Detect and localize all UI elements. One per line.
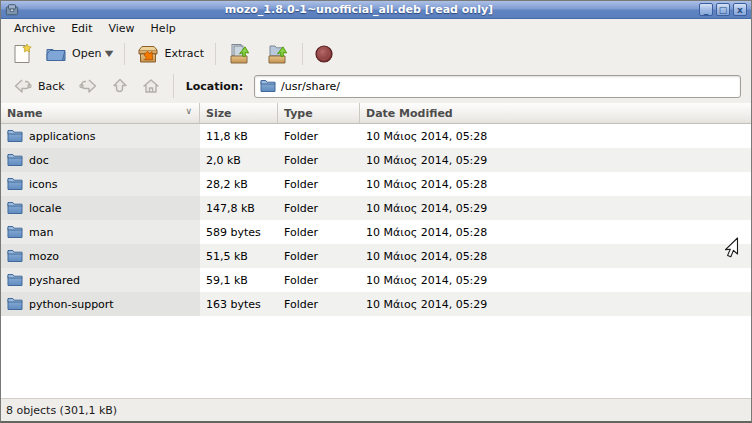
row-size: 163 bytes [200, 292, 278, 316]
open-folder-icon [45, 45, 67, 63]
folder-icon [7, 152, 23, 168]
back-button-label: Back [38, 80, 65, 93]
menubar: Archive Edit View Help [1, 19, 751, 38]
extract-button-label: Extract [165, 47, 204, 60]
menu-view[interactable]: View [100, 20, 142, 37]
back-button[interactable]: Back [8, 74, 70, 98]
row-name: man [29, 226, 53, 239]
file-list: Name ∨ Size Type Date Modified applicati… [1, 103, 751, 398]
minimize-button[interactable]: _ [699, 3, 713, 16]
row-size: 147,8 kB [200, 196, 278, 220]
location-folder-icon [260, 78, 276, 94]
folder-icon [7, 272, 23, 288]
row-type: Folder [278, 244, 360, 268]
row-name: icons [29, 178, 58, 191]
row-name: pyshared [29, 274, 80, 287]
toolbar-separator [124, 43, 125, 65]
statusbar: 8 objects (301,1 kB) [1, 398, 751, 421]
extract-button[interactable]: Extract [131, 41, 209, 67]
row-size: 2,0 kB [200, 148, 278, 172]
folder-icon [7, 248, 23, 264]
row-date: 10 Μάιος 2014, 05:29 [360, 292, 751, 316]
row-size: 59,1 kB [200, 268, 278, 292]
menu-edit[interactable]: Edit [63, 20, 100, 37]
statusbar-text: 8 objects (301,1 kB) [6, 404, 117, 417]
folder-icon [7, 224, 23, 240]
row-size: 28,2 kB [200, 172, 278, 196]
archive-window-icon [5, 3, 19, 16]
home-button[interactable] [137, 74, 165, 98]
row-size: 589 bytes [200, 220, 278, 244]
add-folder-button[interactable] [260, 40, 296, 68]
new-archive-button[interactable] [6, 40, 38, 68]
column-header-row: Name ∨ Size Type Date Modified [1, 103, 751, 124]
maximize-button[interactable]: □ [716, 3, 730, 16]
folder-icon [7, 128, 23, 144]
row-name: python-support [29, 298, 114, 311]
add-folder-icon [265, 43, 291, 65]
forward-arrow-icon [78, 78, 98, 94]
location-label: Location: [182, 80, 251, 93]
row-date: 10 Μάιος 2014, 05:28 [360, 244, 751, 268]
column-header-name[interactable]: Name ∨ [1, 103, 200, 123]
navigation-bar: Back Location: /usr/share/ [1, 69, 751, 103]
close-button[interactable]: x [733, 3, 747, 16]
location-input[interactable]: /usr/share/ [254, 75, 741, 98]
forward-button[interactable] [73, 74, 103, 98]
add-files-icon [227, 43, 253, 65]
table-row[interactable]: pyshared 59,1 kB Folder 10 Μάιος 2014, 0… [1, 268, 751, 292]
navbar-separator [173, 74, 174, 98]
row-type: Folder [278, 196, 360, 220]
column-header-date-modified[interactable]: Date Modified [360, 103, 751, 123]
row-date: 10 Μάιος 2014, 05:29 [360, 148, 751, 172]
column-header-size[interactable]: Size [200, 103, 278, 123]
menu-archive[interactable]: Archive [6, 20, 63, 37]
toolbar-separator [302, 43, 303, 65]
folder-icon [7, 200, 23, 216]
row-type: Folder [278, 148, 360, 172]
stop-button[interactable] [309, 41, 339, 67]
row-date: 10 Μάιος 2014, 05:28 [360, 220, 751, 244]
row-date: 10 Μάιος 2014, 05:29 [360, 196, 751, 220]
row-name: mozo [29, 250, 59, 263]
new-archive-icon [11, 43, 33, 65]
folder-icon [7, 296, 23, 312]
open-dropdown-chevron-icon[interactable]: ▼ [105, 49, 114, 58]
up-arrow-icon [111, 78, 129, 94]
toolbar-separator [215, 43, 216, 65]
row-type: Folder [278, 124, 360, 148]
stop-icon [314, 44, 334, 64]
add-files-button[interactable] [222, 40, 258, 68]
up-button[interactable] [106, 74, 134, 98]
table-row[interactable]: icons 28,2 kB Folder 10 Μάιος 2014, 05:2… [1, 172, 751, 196]
column-header-type[interactable]: Type [278, 103, 360, 123]
row-size: 11,8 kB [200, 124, 278, 148]
table-row[interactable]: python-support 163 bytes Folder 10 Μάιος… [1, 292, 751, 316]
folder-icon [7, 176, 23, 192]
sort-descending-icon: ∨ [185, 106, 192, 116]
table-row[interactable]: applications 11,8 kB Folder 10 Μάιος 201… [1, 124, 751, 148]
back-arrow-icon [13, 78, 33, 94]
open-button-label: Open [72, 47, 101, 60]
row-date: 10 Μάιος 2014, 05:28 [360, 124, 751, 148]
archive-manager-window: mozo_1.8.0-1~unofficial_all.deb [read on… [0, 0, 752, 423]
toolbar: Open ▼ Extract [1, 38, 751, 69]
window-title: mozo_1.8.0-1~unofficial_all.deb [read on… [23, 3, 695, 16]
row-type: Folder [278, 268, 360, 292]
row-type: Folder [278, 292, 360, 316]
row-name: locale [29, 202, 61, 215]
row-size: 51,5 kB [200, 244, 278, 268]
row-date: 10 Μάιος 2014, 05:29 [360, 268, 751, 292]
open-button[interactable]: Open ▼ [40, 42, 118, 66]
titlebar[interactable]: mozo_1.8.0-1~unofficial_all.deb [read on… [1, 1, 751, 19]
file-rows: applications 11,8 kB Folder 10 Μάιος 201… [1, 124, 751, 398]
row-type: Folder [278, 220, 360, 244]
table-row[interactable]: mozo 51,5 kB Folder 10 Μάιος 2014, 05:28 [1, 244, 751, 268]
table-row[interactable]: doc 2,0 kB Folder 10 Μάιος 2014, 05:29 [1, 148, 751, 172]
extract-icon [136, 44, 160, 64]
table-row[interactable]: locale 147,8 kB Folder 10 Μάιος 2014, 05… [1, 196, 751, 220]
row-name: doc [29, 154, 49, 167]
row-date: 10 Μάιος 2014, 05:28 [360, 172, 751, 196]
table-row[interactable]: man 589 bytes Folder 10 Μάιος 2014, 05:2… [1, 220, 751, 244]
menu-help[interactable]: Help [143, 20, 184, 37]
